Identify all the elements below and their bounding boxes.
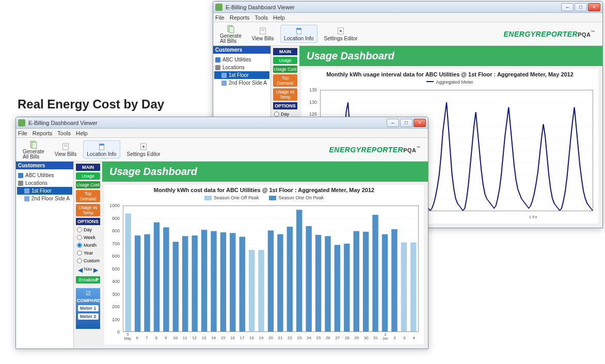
svg-rect-55 xyxy=(268,230,274,331)
svg-rect-58 xyxy=(296,210,302,331)
bar-chart: Monthly kWh cost data for ABC Utilities … xyxy=(104,185,424,344)
toolbar-location-info[interactable]: Location Info xyxy=(83,140,120,159)
svg-rect-1 xyxy=(229,26,234,33)
nav-usage-cost[interactable]: Usage Cost xyxy=(273,66,297,73)
minimize-button[interactable]: – xyxy=(387,119,399,127)
svg-rect-62 xyxy=(335,245,340,331)
opt-custom[interactable]: Custom xyxy=(76,258,100,264)
chart-title: Monthly kWh cost data for ABC Utilities … xyxy=(104,185,424,195)
nav-top-demand[interactable]: Top Demand xyxy=(76,190,100,202)
toolbar-generate-bills[interactable]: Generate All Bills xyxy=(216,23,245,45)
svg-rect-52 xyxy=(240,237,245,331)
close-button[interactable]: × xyxy=(413,119,426,127)
brand-logo: ENERGYREPORTERPQA™ xyxy=(329,146,425,154)
customers-panel: Customers ABC Utilities Locations 1st Fl… xyxy=(16,162,74,349)
tree-node-1st-floor[interactable]: 1st Floor xyxy=(214,71,269,79)
toolbar-location-info[interactable]: Location Info xyxy=(280,25,317,43)
dashboard-title: Usage Dashboard xyxy=(102,162,428,182)
nav-usage-cost[interactable]: Usage Cost xyxy=(76,181,100,188)
menu-reports[interactable]: Reports xyxy=(230,14,250,21)
compare-toggle-icon[interactable]: ☑ xyxy=(77,290,99,297)
toolbar-generate-bills[interactable]: Generate All Bills xyxy=(19,138,48,161)
svg-rect-42 xyxy=(144,234,150,331)
svg-rect-45 xyxy=(173,242,179,331)
legend-aggregated: Aggregated Meter xyxy=(436,80,473,85)
svg-rect-57 xyxy=(287,227,293,331)
svg-rect-46 xyxy=(182,236,188,331)
svg-rect-48 xyxy=(201,230,207,331)
menu-file[interactable]: File xyxy=(215,14,225,21)
tree-node-utility[interactable]: ABC Utilities xyxy=(214,56,269,64)
menu-file[interactable]: File xyxy=(18,130,27,136)
toolbar-view-bills[interactable]: View Bills xyxy=(248,25,278,43)
svg-rect-50 xyxy=(220,232,226,331)
svg-rect-70 xyxy=(410,242,416,331)
nav-usage-vs-temp[interactable]: Usage vs Temp xyxy=(76,204,100,216)
opt-day[interactable]: Day xyxy=(76,227,100,233)
nav-usage[interactable]: Usage xyxy=(76,172,100,180)
svg-rect-61 xyxy=(325,236,330,331)
opt-year[interactable]: Year xyxy=(76,250,100,256)
tree-node-1st-floor[interactable]: 1st Floor xyxy=(17,187,72,195)
minimize-button[interactable]: – xyxy=(561,3,574,11)
svg-rect-47 xyxy=(192,235,197,331)
opt-month[interactable]: Month xyxy=(76,242,100,248)
brand-logo: ENERGYREPORTERPQA™ xyxy=(503,30,599,38)
svg-rect-53 xyxy=(249,250,254,331)
menu-help[interactable]: Help xyxy=(273,14,285,21)
toolbar-settings-editor[interactable]: Settings Editor xyxy=(321,25,361,43)
compare-label: COMPARE xyxy=(77,298,99,303)
svg-rect-66 xyxy=(372,215,378,331)
svg-point-8 xyxy=(340,30,342,33)
close-button[interactable]: × xyxy=(588,3,600,11)
nav-usage[interactable]: Usage xyxy=(273,57,297,64)
menubar: File Reports Tools Help xyxy=(16,129,428,138)
svg-rect-69 xyxy=(401,242,407,331)
maximize-button[interactable]: □ xyxy=(575,3,587,11)
nav-breakout[interactable]: Breakout xyxy=(76,276,100,283)
svg-rect-68 xyxy=(391,229,397,331)
titlebar[interactable]: E-Billing Dashboard Viewer – □ × xyxy=(213,2,602,13)
tree-node-locations[interactable]: Locations xyxy=(214,64,269,71)
menu-tools[interactable]: Tools xyxy=(57,130,71,136)
svg-rect-49 xyxy=(211,231,216,331)
svg-rect-51 xyxy=(230,233,235,331)
svg-rect-43 xyxy=(154,223,160,331)
nav-arrows[interactable]: ◀Nav▶ xyxy=(76,265,100,275)
maximize-button[interactable]: □ xyxy=(400,119,412,127)
svg-rect-6 xyxy=(296,28,301,30)
svg-rect-22 xyxy=(63,144,69,150)
nav-top-demand[interactable]: Top Demand xyxy=(273,74,297,87)
svg-rect-26 xyxy=(99,144,104,146)
compare-meter-1[interactable]: Meter 1 xyxy=(78,305,99,311)
opt-week[interactable]: Week xyxy=(76,234,100,241)
tree-node-utility[interactable]: ABC Utilities xyxy=(17,171,72,179)
toolbar: Generate All Bills View Bills Location I… xyxy=(16,138,428,162)
window-title: E-Billing Dashboard Viewer xyxy=(226,4,295,10)
window-title: E-Billing Dashboard Viewer xyxy=(28,120,98,126)
svg-rect-21 xyxy=(32,142,37,148)
compare-meter-2[interactable]: Meter 2 xyxy=(78,313,99,320)
nav-options-header: OPTIONS xyxy=(273,102,297,109)
tree-node-2nd-floor[interactable]: 2nd Floor Side A xyxy=(214,79,269,87)
legend-off-peak: Season One Off Peak xyxy=(214,195,259,200)
toolbar-settings-editor[interactable]: Settings Editor xyxy=(123,140,164,159)
svg-rect-67 xyxy=(382,234,388,331)
tree-node-locations[interactable]: Locations xyxy=(17,179,72,187)
svg-rect-2 xyxy=(260,28,266,34)
dashboard-title: Usage Dashboard xyxy=(299,46,602,66)
nav-column: MAIN Usage Usage Cost Top Demand Usage v… xyxy=(74,162,102,349)
app-icon xyxy=(215,4,222,11)
svg-rect-41 xyxy=(135,235,140,331)
app-icon xyxy=(18,119,25,126)
menu-tools[interactable]: Tools xyxy=(254,14,268,21)
menu-help[interactable]: Help xyxy=(76,130,88,136)
window-front: E-Billing Dashboard Viewer – □ × File Re… xyxy=(15,117,428,349)
legend-on-peak: Season One On Peak xyxy=(278,195,324,200)
menu-reports[interactable]: Reports xyxy=(33,130,53,136)
toolbar-view-bills[interactable]: View Bills xyxy=(51,140,81,159)
tree-node-2nd-floor[interactable]: 2nd Floor Side A xyxy=(17,195,72,202)
titlebar[interactable]: E-Billing Dashboard Viewer – □ × xyxy=(16,117,428,129)
nav-usage-vs-temp[interactable]: Usage vs Temp xyxy=(273,88,297,101)
compare-panel: ☑ COMPARE Meter 1 Meter 2 xyxy=(76,288,100,329)
